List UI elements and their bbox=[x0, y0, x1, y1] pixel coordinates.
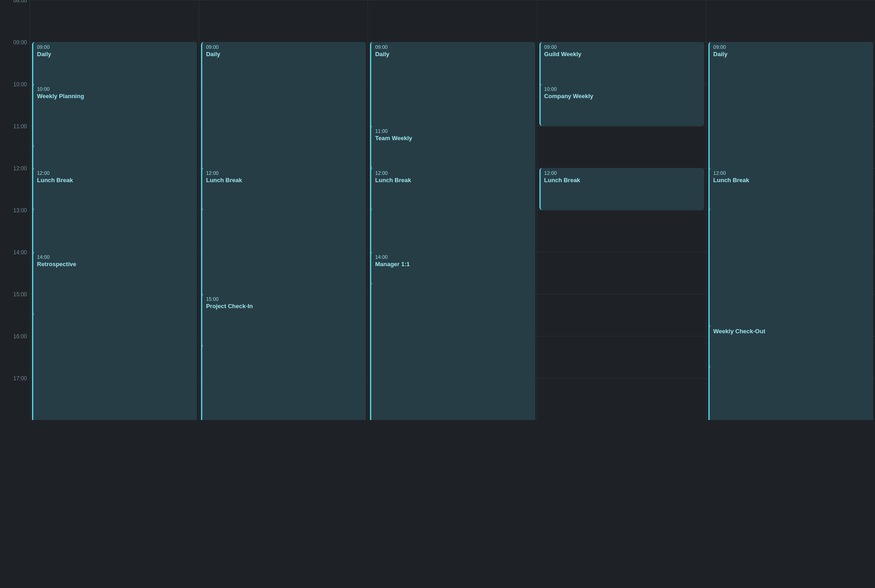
time-label-1000: 10:00 bbox=[0, 81, 30, 88]
event-time: 09:00 bbox=[375, 44, 531, 50]
time-slot-1300: 13:00 bbox=[0, 210, 30, 252]
event-title: Lunch Break bbox=[713, 177, 870, 184]
event-title: Project Check-In bbox=[206, 303, 362, 310]
time-label-1500: 15:00 bbox=[0, 291, 30, 298]
event-weekly-planning[interactable]: 10:00Weekly Planning bbox=[32, 84, 197, 147]
event-time: 09:00 bbox=[544, 44, 701, 50]
day-col-0: 09:00Daily10:00Weekly Planning12:00Lunch… bbox=[30, 0, 199, 420]
event-time: 14:00 bbox=[37, 254, 193, 260]
time-slot-1000: 10:00 bbox=[0, 84, 30, 126]
event-time: 10:00 bbox=[37, 86, 193, 92]
time-label-1600: 16:00 bbox=[0, 333, 30, 340]
day-columns-area: 09:00Daily10:00Weekly Planning12:00Lunch… bbox=[30, 0, 875, 420]
event-daily-1[interactable]: 09:00Daily bbox=[201, 42, 366, 420]
event-daily-2[interactable]: 09:00Daily bbox=[370, 42, 535, 420]
time-slot-0900: 09:00 bbox=[0, 42, 30, 84]
event-lunch-1[interactable]: 12:00Lunch Break bbox=[201, 168, 366, 210]
event-time: 09:00 bbox=[713, 44, 870, 50]
time-label-1100: 11:00 bbox=[0, 123, 30, 130]
event-weekly-checkout[interactable]: Weekly Check-Out bbox=[708, 326, 873, 368]
event-retrospective[interactable]: 14:00Retrospective bbox=[32, 252, 197, 315]
time-slot-1200: 12:00 bbox=[0, 168, 30, 210]
time-gutter: 08:0009:0010:0011:0012:0013:0014:0015:00… bbox=[0, 0, 30, 420]
event-title: Lunch Break bbox=[37, 177, 193, 184]
time-slot-0800: 08:00 bbox=[0, 0, 30, 42]
event-title: Daily bbox=[375, 51, 531, 58]
day-col-3: 09:00Guild Weekly10:00Company Weekly12:0… bbox=[537, 0, 706, 420]
hour-row bbox=[199, 0, 368, 42]
event-title: Manager 1:1 bbox=[375, 261, 531, 268]
event-time: 10:00 bbox=[544, 86, 701, 92]
hour-row bbox=[538, 126, 706, 168]
day-col-4: 09:00Daily12:00Lunch BreakWeekly Check-O… bbox=[706, 0, 875, 420]
event-lunch-4[interactable]: 12:00Lunch Break bbox=[708, 168, 873, 210]
event-title: Weekly Planning bbox=[37, 93, 193, 100]
event-title: Company Weekly bbox=[544, 93, 701, 100]
event-title: Lunch Break bbox=[544, 177, 701, 184]
hour-row bbox=[706, 0, 875, 42]
event-time: 12:00 bbox=[206, 170, 362, 176]
day-col-1: 09:00Daily12:00Lunch Break15:00Project C… bbox=[199, 0, 368, 420]
event-title: Team Weekly bbox=[375, 135, 531, 142]
event-title: Daily bbox=[206, 51, 362, 58]
event-time: 09:00 bbox=[206, 44, 362, 50]
event-project-checkin[interactable]: 15:00Project Check-In bbox=[201, 294, 366, 346]
time-slot-1400: 14:00 bbox=[0, 252, 30, 294]
hour-row bbox=[538, 336, 706, 378]
event-team-weekly[interactable]: 11:00Team Weekly bbox=[370, 126, 535, 168]
event-lunch-0[interactable]: 12:00Lunch Break bbox=[32, 168, 197, 210]
event-title: Lunch Break bbox=[206, 177, 362, 184]
hour-row bbox=[30, 0, 199, 42]
event-time: 11:00 bbox=[375, 128, 531, 134]
time-slot-1500: 15:00 bbox=[0, 294, 30, 336]
calendar-wrapper: 08:0009:0010:0011:0012:0013:0014:0015:00… bbox=[0, 0, 875, 420]
event-title: Lunch Break bbox=[375, 177, 531, 184]
event-time: 12:00 bbox=[713, 170, 870, 176]
time-label-1400: 14:00 bbox=[0, 249, 30, 256]
time-slot-1700: 17:00 bbox=[0, 378, 30, 420]
event-company-weekly[interactable]: 10:00Company Weekly bbox=[539, 84, 704, 126]
hour-row bbox=[538, 252, 706, 294]
event-lunch-2[interactable]: 12:00Lunch Break bbox=[370, 168, 535, 210]
hour-row bbox=[538, 0, 706, 42]
hour-row bbox=[368, 0, 537, 42]
event-title: Daily bbox=[713, 51, 870, 58]
event-title: Retrospective bbox=[37, 261, 193, 268]
time-label-1200: 12:00 bbox=[0, 165, 30, 172]
day-col-2: 09:00Daily11:00Team Weekly12:00Lunch Bre… bbox=[368, 0, 537, 420]
event-time: 09:00 bbox=[37, 44, 193, 50]
event-time: 14:00 bbox=[375, 254, 531, 260]
time-label-0900: 09:00 bbox=[0, 39, 30, 46]
time-slot-1100: 11:00 bbox=[0, 126, 30, 168]
event-time: 12:00 bbox=[544, 170, 701, 176]
event-time: 12:00 bbox=[375, 170, 531, 176]
event-title: Daily bbox=[37, 51, 193, 58]
time-label-0800: 08:00 bbox=[0, 0, 30, 4]
time-slot-1600: 16:00 bbox=[0, 336, 30, 378]
event-time: 12:00 bbox=[37, 170, 193, 176]
event-title: Weekly Check-Out bbox=[713, 328, 870, 335]
time-label-1700: 17:00 bbox=[0, 375, 30, 382]
event-time: 15:00 bbox=[206, 296, 362, 302]
hour-row bbox=[538, 294, 706, 336]
event-manager-11[interactable]: 14:00Manager 1:1 bbox=[370, 252, 535, 284]
event-lunch-3[interactable]: 12:00Lunch Break bbox=[539, 168, 704, 210]
hour-row bbox=[538, 378, 706, 420]
hour-row bbox=[538, 210, 706, 252]
time-label-1300: 13:00 bbox=[0, 207, 30, 214]
event-title: Guild Weekly bbox=[544, 51, 701, 58]
